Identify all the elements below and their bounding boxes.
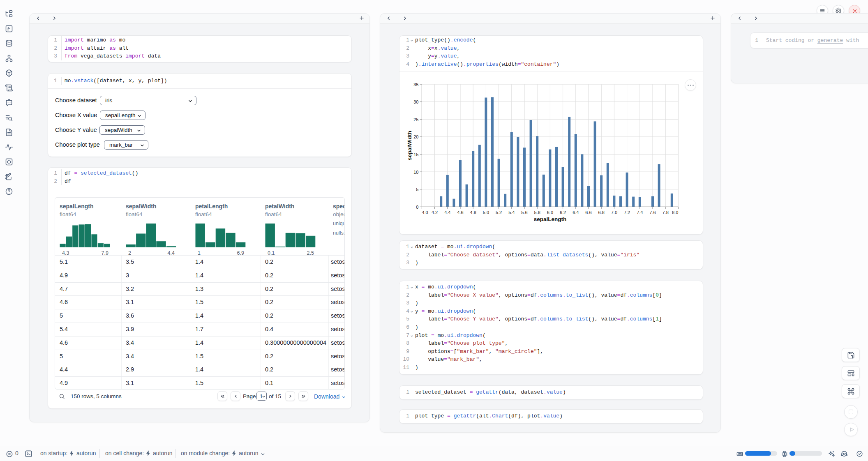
svg-text:6.6: 6.6 [585,210,591,215]
svg-text:4.8: 4.8 [470,210,476,215]
svg-text:15: 15 [413,152,418,157]
svg-text:5.2: 5.2 [496,210,502,215]
svg-text:4.2: 4.2 [432,210,438,215]
svg-text:5.4: 5.4 [508,210,515,215]
svg-text:sepalLength: sepalLength [534,216,567,222]
svg-text:4.0: 4.0 [422,210,428,215]
svg-text:4.6: 4.6 [457,210,463,215]
svg-text:35: 35 [413,82,418,87]
svg-text:6.2: 6.2 [560,210,566,215]
svg-text:25: 25 [413,117,418,122]
svg-text:30: 30 [413,99,418,104]
svg-text:sepalWidth: sepalWidth [406,131,413,160]
svg-text:6.0: 6.0 [547,210,553,215]
svg-text:8.0: 8.0 [672,210,678,215]
svg-text:5: 5 [416,187,418,192]
svg-text:7.2: 7.2 [624,210,630,215]
svg-text:10: 10 [413,170,418,175]
svg-text:5.6: 5.6 [521,210,527,215]
svg-text:0: 0 [416,205,418,210]
svg-text:6.8: 6.8 [598,210,605,215]
svg-text:5.8: 5.8 [534,210,540,215]
svg-text:5.0: 5.0 [483,210,489,215]
svg-text:6.4: 6.4 [573,210,579,215]
svg-text:7.6: 7.6 [649,210,656,215]
svg-text:7.8: 7.8 [663,210,669,215]
svg-text:20: 20 [413,134,418,139]
svg-text:4.4: 4.4 [444,210,450,215]
svg-text:7.0: 7.0 [611,210,617,215]
svg-text:7.4: 7.4 [637,210,643,215]
